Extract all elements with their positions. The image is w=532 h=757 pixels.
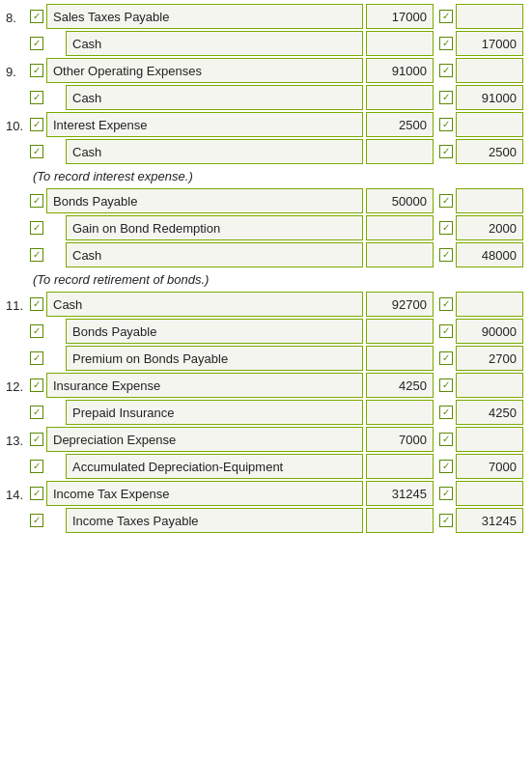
entry-14-credit-account[interactable]: Income Taxes Payable [66,508,363,533]
entry-10b-cash-amount[interactable]: 48000 [456,242,523,267]
entry-8-credit-account[interactable]: Cash [66,31,363,56]
entry-10a-debit-check[interactable] [27,118,46,131]
entry-10b-gain-amount[interactable]: 2000 [456,215,523,240]
entry-11-premium-check[interactable] [27,351,46,365]
entry-11-premium-account[interactable]: Premium on Bonds Payable [66,346,363,371]
entry-10b-gain-check[interactable] [27,221,46,235]
entry-9-debit-account[interactable]: Other Operating Expenses [46,58,363,83]
entry-12-credit-empty [456,373,523,398]
entry-10a-credit-amount[interactable]: 2500 [456,139,523,164]
entry-8-credit-check2[interactable] [436,37,456,50]
entry-12-credit-amount[interactable]: 4250 [456,400,523,425]
entry-12-check-row: Prepaid Insurance 4250 [6,400,526,425]
entry-12: 12. Insurance Expense 4250 Prepaid Insur… [6,373,526,425]
entry-14-credit-debit-empty [366,508,434,533]
entry-10b-debit-account[interactable]: Bonds Payable [46,188,363,213]
entry-11-premium-check2[interactable] [436,351,456,365]
entry-12-debit-check[interactable] [27,378,46,392]
entry-11-debit-check[interactable] [27,297,46,311]
entry-14-check-row: Income Taxes Payable 31245 [6,508,526,533]
entry-13-credit-check[interactable] [27,460,46,473]
entry-13-credit-debit-empty [366,454,434,479]
entry-9-credit-check2[interactable] [436,91,456,104]
entry-8-number: 8. [6,9,27,25]
entry-11-bonds-amount[interactable]: 90000 [456,319,523,344]
entry-10a: 10. Interest Expense 2500 Cash 2500 (To … [6,112,526,186]
entry-9-credit-amount[interactable]: 91000 [456,85,523,110]
entry-12-credit-check[interactable] [27,406,46,419]
entry-8-debit-check2[interactable] [436,10,456,23]
entry-14-credit-check2[interactable] [436,514,456,527]
entry-13-credit-account[interactable]: Accumulated Depreciation-Equipment [66,454,363,479]
entry-12-debit-account[interactable]: Insurance Expense [46,373,363,398]
entry-11-premium-amount[interactable]: 2700 [456,346,523,371]
entry-11-debit-account[interactable]: Cash [46,292,363,317]
entry-13-debit-check[interactable] [27,433,46,446]
entry-11-debit-check2[interactable] [436,297,456,311]
entry-14-debit-check2[interactable] [436,487,456,500]
entry-14-debit-account[interactable]: Income Tax Expense [46,481,363,506]
entry-12-debit-amount[interactable]: 4250 [366,373,434,398]
entry-10a-credit-account[interactable]: Cash [66,139,363,164]
entry-13-number: 13. [6,432,27,448]
entry-13-debit-row: 13. Depreciation Expense 7000 [6,427,526,452]
entry-10a-debit-amount[interactable]: 2500 [366,112,434,137]
entry-8-credit-check[interactable] [27,37,46,50]
entry-13-credit-amount[interactable]: 7000 [456,454,523,479]
entry-9-debit-amount[interactable]: 91000 [366,58,434,83]
entry-10b-debit-amount[interactable]: 50000 [366,188,434,213]
entry-11-bonds-row: Bonds Payable 90000 [6,319,526,344]
entry-10b-debit-check2[interactable] [436,194,456,208]
entry-10b-gain-check2[interactable] [436,221,456,235]
entry-11-number: 11. [6,296,27,313]
entry-9-debit-check[interactable] [27,64,46,77]
entry-10b-gain-row: Gain on Bond Redemption 2000 [6,215,526,240]
entry-8-credit-amount[interactable]: 17000 [456,31,523,56]
entry-9-check-row: Cash 91000 [6,85,526,110]
entry-8-debit-check[interactable] [27,10,46,23]
entry-12-credit-account[interactable]: Prepaid Insurance [66,400,363,425]
entry-14-debit-check[interactable] [27,487,46,500]
entry-11-bonds-check2[interactable] [436,324,456,338]
entry-10a-credit-empty [456,112,523,137]
entry-8: 8. Sales Taxes Payable 17000 Cash 17000 [6,4,526,56]
entry-13-credit-check2[interactable] [436,460,456,473]
entry-10-number: 10. [6,117,27,133]
entry-12-credit-check2[interactable] [436,406,456,419]
entry-10b-cash-check[interactable] [27,248,46,262]
entry-11-bonds-account[interactable]: Bonds Payable [66,319,363,344]
entry-9-credit-empty [456,58,523,83]
entry-10b-cash-check2[interactable] [436,248,456,262]
entry-11-bonds-check[interactable] [27,324,46,338]
entry-9-debit-check2[interactable] [436,64,456,77]
entry-10a-debit-check2[interactable] [436,118,456,131]
entry-11-premium-row: Premium on Bonds Payable 2700 [6,346,526,371]
entry-14-debit-amount[interactable]: 31245 [366,481,434,506]
entry-10b-debit-check[interactable] [27,194,46,208]
entry-13-credit-empty [456,427,523,452]
entry-10a-debit-row: 10. Interest Expense 2500 [6,112,526,137]
entry-13-debit-account[interactable]: Depreciation Expense [46,427,363,452]
entry-10a-debit-account[interactable]: Interest Expense [46,112,363,137]
entry-11-debit-amount[interactable]: 92700 [366,292,434,317]
entry-10b-gain-debit-empty [366,215,434,240]
entry-10a-credit-check2[interactable] [436,145,456,158]
entry-10b-gain-account[interactable]: Gain on Bond Redemption [66,215,363,240]
journal-container: 8. Sales Taxes Payable 17000 Cash 17000 … [0,0,532,539]
entry-10b-cash-row: Cash 48000 [6,242,526,267]
entry-13-debit-check2[interactable] [436,433,456,446]
entry-9-credit-check[interactable] [27,91,46,104]
entry-9-debit-row: 9. Other Operating Expenses 91000 [6,58,526,83]
entry-13-debit-amount[interactable]: 7000 [366,427,434,452]
entry-8-debit-amount[interactable]: 17000 [366,4,434,29]
entry-10b-cash-account[interactable]: Cash [66,242,363,267]
entry-10a-check-row: Cash 2500 [6,139,526,164]
entry-10a-note: (To record interest expense.) [6,166,526,186]
entry-8-debit-account[interactable]: Sales Taxes Payable [46,4,363,29]
entry-14-credit-check[interactable] [27,514,46,527]
entry-11-credit-empty [456,292,523,317]
entry-12-debit-check2[interactable] [436,378,456,392]
entry-10a-credit-check[interactable] [27,145,46,158]
entry-14-credit-amount[interactable]: 31245 [456,508,523,533]
entry-9-credit-account[interactable]: Cash [66,85,363,110]
